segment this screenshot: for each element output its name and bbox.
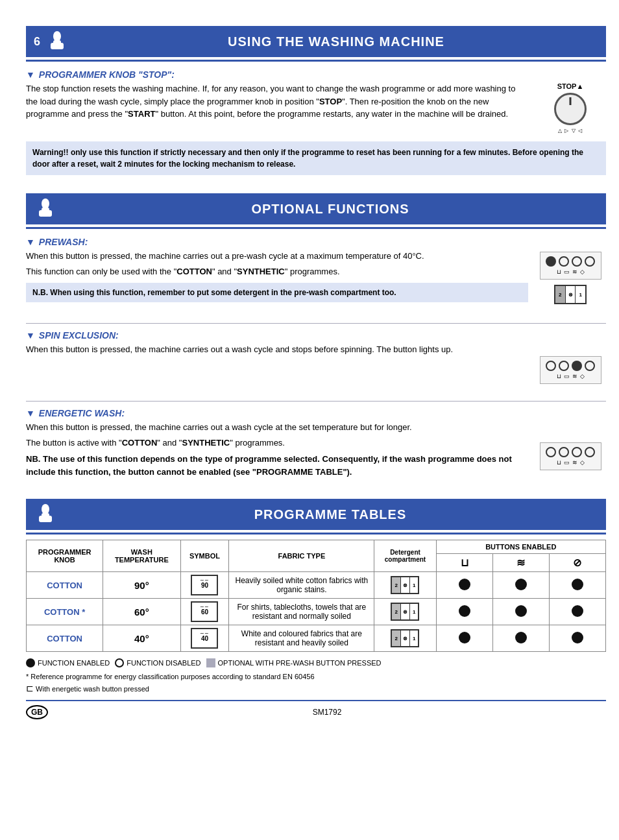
row1-btn1 <box>436 572 492 599</box>
row3-temp-text: 40° <box>134 633 149 644</box>
svg-point-4 <box>42 198 49 209</box>
energetic-title-row: ▼ ENERGETIC WASH: <box>26 408 606 418</box>
row2-fabric: For shirts, tablecloths, towels that are… <box>229 599 374 625</box>
knob-indicator <box>570 97 572 105</box>
spin-circles-row <box>544 361 597 371</box>
row1-btn3 <box>549 572 605 599</box>
stop-image-area: STOP▲ △ ▷ ▽ ◁ <box>535 82 606 134</box>
knob-markings: △ ▷ ▽ ◁ <box>554 128 587 134</box>
energetic-l2: ▭ <box>564 459 570 466</box>
th-buttons-enabled: BUTTONS ENABLED <box>436 540 605 554</box>
row3-det-star: ⊗ <box>401 630 410 646</box>
prog-tables-title: PROGRAMME TABLES <box>62 507 598 522</box>
energetic-bold-cotton: COTTON <box>122 438 158 448</box>
stop-text-area: The stop function resets the washing mac… <box>26 82 535 134</box>
row3-temp: 40° <box>103 625 180 652</box>
prewash-c1 <box>546 256 556 267</box>
energetic-bullet: ▼ <box>26 408 35 418</box>
row2-det-star: ⊗ <box>401 604 410 619</box>
row3-det: 2 ⊗ 1 <box>374 625 436 652</box>
legend-enabled: FUNCTION ENABLED <box>26 658 110 667</box>
energetic-l3: ≋ <box>572 459 577 466</box>
prewash-c3 <box>572 256 582 267</box>
prewash-buttons-visual: ⊔ ▭ ≋ ◇ <box>540 252 601 280</box>
row2-btn3 <box>549 599 605 625</box>
btn2-icon: ≋ <box>516 557 525 568</box>
spin-labels-row: ⊔ ▭ ≋ ◇ <box>544 373 597 379</box>
energetic-labels-row: ⊔ ▭ ≋ ◇ <box>544 459 597 466</box>
spin-l4: ◇ <box>580 373 585 379</box>
svg-rect-7 <box>47 210 52 217</box>
row2-temp: 60° <box>103 599 180 625</box>
btn3-icon: ⊘ <box>573 557 581 568</box>
prewash-labels-row: ⊔ ▭ ≋ ◇ <box>544 269 597 275</box>
energetic-symbol: ⊏ <box>26 683 34 693</box>
row1-symbol-box: 90 ∼∼ <box>191 575 218 595</box>
spin-title: SPIN EXCLUSION: <box>39 330 119 341</box>
spin-buttons-visual: ⊔ ▭ ≋ ◇ <box>540 356 601 384</box>
legend-disabled-text: FUNCTION DISABLED <box>127 659 200 667</box>
table-row: COTTON 40° 40 ∼∼ White and coloured fabr… <box>27 625 606 652</box>
row2-symbol: 60 ∼∼ <box>180 599 229 625</box>
stop-title-row: ▼ PROGRAMMER KNOB "STOP": <box>26 69 606 80</box>
spin-l2: ▭ <box>564 373 570 379</box>
divider-2 <box>26 401 606 402</box>
stop-paragraph: The stop function resets the washing mac… <box>26 82 528 121</box>
stop-knob-visual: STOP▲ △ ▷ ▽ ◁ <box>554 82 587 134</box>
hand-icon <box>45 30 69 53</box>
legend-empty-circle <box>115 658 124 667</box>
spin-c1 <box>546 361 556 371</box>
legend-row: FUNCTION ENABLED FUNCTION DISABLED OPTIO… <box>26 658 606 667</box>
prewash-p1: When this button is pressed, the machine… <box>26 250 528 263</box>
legend-optional: OPTIONAL WITH PRE-WASH BUTTON PRESSED <box>206 658 382 667</box>
prog-tables-blue-line <box>26 533 606 534</box>
divider-1 <box>26 323 606 324</box>
th-btn3: ⊘ <box>549 554 605 572</box>
row3-btn1 <box>436 625 492 652</box>
row1-det-star: ⊗ <box>401 577 410 593</box>
btn1-icon: ⊔ <box>461 557 468 568</box>
prewash-title: PREWASH: <box>39 237 88 247</box>
energetic-buttons-visual: ⊔ ▭ ≋ ◇ <box>540 442 601 470</box>
row1-knob: COTTON <box>27 572 103 599</box>
stop-section: ▼ PROGRAMMER KNOB "STOP": The stop funct… <box>26 67 606 186</box>
energetic-circles-row <box>544 447 597 457</box>
spin-p1: When this button is pressed, the machine… <box>26 343 528 356</box>
svg-rect-10 <box>39 516 44 522</box>
row2-filled2 <box>515 605 527 617</box>
row3-filled1 <box>459 632 470 643</box>
row3-det-box: 2 ⊗ 1 <box>391 629 419 647</box>
spin-l3: ≋ <box>572 373 577 379</box>
bottom-bar: GB SM1792 <box>26 700 606 719</box>
row3-symbol: 40 ∼∼ <box>180 625 229 652</box>
model-number: SM1792 <box>313 708 342 717</box>
stop-warning-box: Warning!! only use this function if stri… <box>26 141 606 175</box>
row2-knob: COTTON * <box>27 599 103 625</box>
prewash-bullet: ▼ <box>26 237 35 247</box>
energetic-content: When this button is pressed, the machine… <box>26 421 606 478</box>
det-cell-asterisk: ⊗ <box>566 286 576 303</box>
hand-icon-optional <box>34 197 57 221</box>
prewash-c2 <box>559 256 569 267</box>
th-fabric-type: FABRIC TYPE <box>229 540 374 572</box>
prewash-text-area: When this button is pressed, the machine… <box>26 250 535 306</box>
energetic-c1 <box>546 447 556 457</box>
prewash-l1: ⊔ <box>557 269 561 275</box>
energetic-p1: When this button is pressed, the machine… <box>26 421 528 434</box>
row3-filled3 <box>572 632 583 643</box>
svg-point-0 <box>53 31 61 42</box>
prewash-content: When this button is pressed, the machine… <box>26 250 606 306</box>
page-wrapper: 6 USING THE WASHING MACHINE ▼ PROGRAMMER… <box>13 13 619 732</box>
row1-symbol: 90 ∼∼ <box>180 572 229 599</box>
section-6-header: 6 USING THE WASHING MACHINE <box>26 26 606 57</box>
row1-det-2: 2 <box>392 577 401 593</box>
row2-symbol-box: 60 ∼∼ <box>191 601 218 622</box>
row2-wave: ∼∼ <box>192 604 217 610</box>
energetic-c3 <box>572 447 582 457</box>
stop-label-text: STOP▲ <box>554 82 587 90</box>
prewash-l4: ◇ <box>580 269 585 275</box>
th-wash-temp: WASH TEMPERATURE <box>103 540 180 572</box>
programme-table: PROGRAMMER KNOB WASH TEMPERATURE SYMBOL … <box>26 540 606 652</box>
row3-symbol-box: 40 ∼∼ <box>191 628 218 649</box>
row2-det-box: 2 ⊗ 1 <box>391 603 419 621</box>
